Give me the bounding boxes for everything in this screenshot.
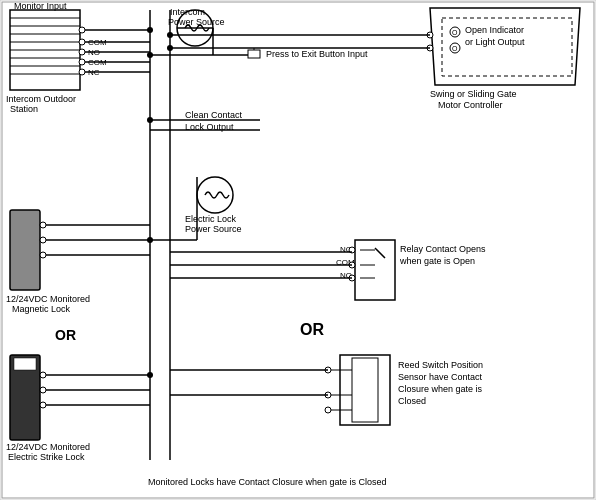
svg-text:Closure when gate is: Closure when gate is bbox=[398, 384, 483, 394]
svg-text:Open Indicator: Open Indicator bbox=[465, 25, 524, 35]
svg-rect-25 bbox=[248, 50, 260, 58]
svg-point-30 bbox=[197, 177, 233, 213]
svg-text:Swing or Sliding Gate: Swing or Sliding Gate bbox=[430, 89, 517, 99]
svg-point-92 bbox=[40, 252, 46, 258]
svg-text:OR: OR bbox=[55, 327, 76, 343]
svg-point-118 bbox=[147, 372, 153, 378]
svg-text:Motor Controller: Motor Controller bbox=[438, 100, 503, 110]
svg-rect-100 bbox=[14, 358, 36, 370]
svg-text:O: O bbox=[452, 29, 458, 36]
svg-point-12 bbox=[79, 39, 85, 45]
svg-point-117 bbox=[147, 237, 153, 243]
svg-point-102 bbox=[40, 387, 46, 393]
svg-point-101 bbox=[40, 372, 46, 378]
svg-rect-76 bbox=[352, 358, 378, 422]
svg-point-112 bbox=[147, 27, 153, 33]
svg-rect-89 bbox=[10, 210, 40, 290]
svg-point-14 bbox=[79, 59, 85, 65]
svg-text:Clean Contact: Clean Contact bbox=[185, 110, 243, 120]
svg-text:Electric Lock: Electric Lock bbox=[185, 214, 237, 224]
svg-text:Reed Switch Position: Reed Switch Position bbox=[398, 360, 483, 370]
wiring-diagram: Monitor Input COM NO COM NC Intercom Out… bbox=[0, 0, 596, 500]
svg-point-13 bbox=[79, 49, 85, 55]
svg-point-91 bbox=[40, 237, 46, 243]
svg-point-113 bbox=[147, 52, 153, 58]
svg-point-15 bbox=[79, 69, 85, 75]
svg-text:or Light Output: or Light Output bbox=[465, 37, 525, 47]
svg-point-116 bbox=[147, 117, 153, 123]
svg-text:Monitored Locks have Contact C: Monitored Locks have Contact Closure whe… bbox=[148, 477, 387, 487]
svg-point-115 bbox=[167, 45, 173, 51]
svg-point-114 bbox=[167, 32, 173, 38]
svg-text:Press to Exit Button Input: Press to Exit Button Input bbox=[266, 49, 368, 59]
svg-text:12/24VDC Monitored: 12/24VDC Monitored bbox=[6, 294, 90, 304]
svg-point-11 bbox=[79, 27, 85, 33]
svg-text:Intercom: Intercom bbox=[170, 7, 205, 17]
svg-point-103 bbox=[40, 402, 46, 408]
svg-text:Electric Strike Lock: Electric Strike Lock bbox=[8, 452, 85, 462]
svg-text:Magnetic Lock: Magnetic Lock bbox=[12, 304, 71, 314]
svg-text:Intercom Outdoor: Intercom Outdoor bbox=[6, 94, 76, 104]
svg-text:Closed: Closed bbox=[398, 396, 426, 406]
svg-text:OR: OR bbox=[300, 321, 324, 338]
svg-text:Relay Contact Opens: Relay Contact Opens bbox=[400, 244, 486, 254]
svg-point-82 bbox=[325, 407, 331, 413]
svg-text:when gate is Open: when gate is Open bbox=[399, 256, 475, 266]
svg-text:Power Source: Power Source bbox=[168, 17, 225, 27]
svg-text:Power Source: Power Source bbox=[185, 224, 242, 234]
svg-text:O: O bbox=[452, 45, 458, 52]
svg-text:Sensor have Contact: Sensor have Contact bbox=[398, 372, 483, 382]
svg-text:Station: Station bbox=[10, 104, 38, 114]
svg-text:12/24VDC Monitored: 12/24VDC Monitored bbox=[6, 442, 90, 452]
svg-point-90 bbox=[40, 222, 46, 228]
